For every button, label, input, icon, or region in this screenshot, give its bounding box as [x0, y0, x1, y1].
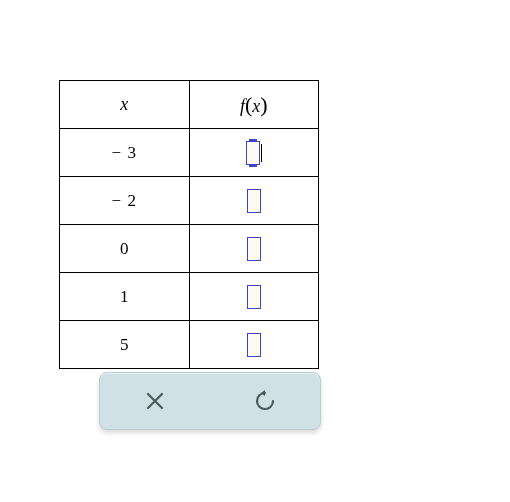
toolbar [99, 372, 321, 430]
table-row: − 2 [60, 177, 319, 225]
close-icon [146, 392, 164, 410]
table-row: 0 [60, 225, 319, 273]
fx-input[interactable] [246, 141, 260, 165]
x-value: 1 [60, 273, 190, 321]
svg-marker-2 [261, 390, 265, 396]
x-value: − 2 [60, 177, 190, 225]
fx-cell [189, 177, 319, 225]
table-row: 1 [60, 273, 319, 321]
fx-input[interactable] [247, 237, 261, 261]
close-button[interactable] [135, 381, 175, 421]
table-row: 5 [60, 321, 319, 369]
fx-cell [189, 273, 319, 321]
x-value: − 3 [60, 129, 190, 177]
fx-cell [189, 129, 319, 177]
x-value: 0 [60, 225, 190, 273]
x-value: 5 [60, 321, 190, 369]
fx-input[interactable] [247, 189, 261, 213]
header-x: x [60, 81, 190, 129]
fx-cell [189, 321, 319, 369]
function-table: x f(x) − 3 − 2 0 [59, 80, 319, 369]
fx-input[interactable] [247, 285, 261, 309]
table-row: − 3 [60, 129, 319, 177]
fx-cell [189, 225, 319, 273]
header-fx: f(x) [189, 81, 319, 129]
fx-input[interactable] [247, 333, 261, 357]
reset-icon [254, 390, 276, 412]
reset-button[interactable] [245, 381, 285, 421]
